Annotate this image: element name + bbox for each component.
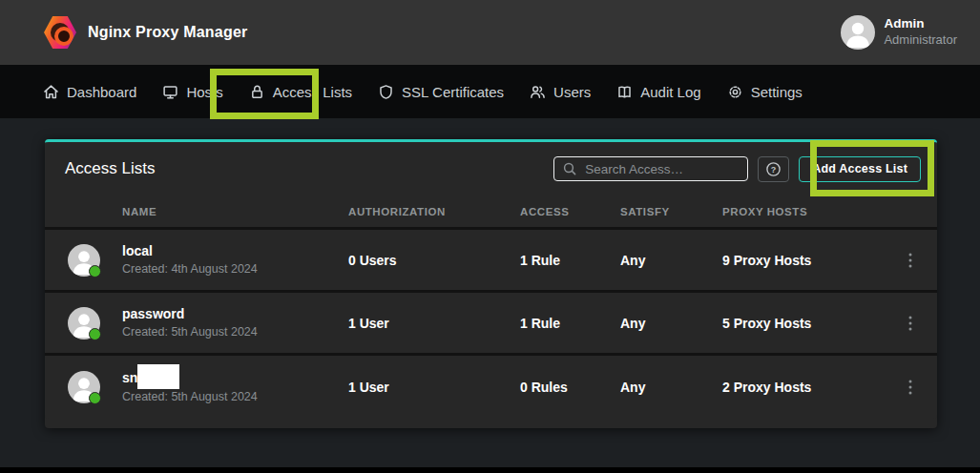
proxy-hosts-cell: 2 Proxy Hosts xyxy=(722,380,884,395)
nav-label: Dashboard xyxy=(67,84,136,100)
search-icon xyxy=(562,161,577,176)
help-circle-icon: ? xyxy=(765,161,782,177)
monitor-icon xyxy=(162,84,178,100)
nav-item-access-lists[interactable]: Access Lists xyxy=(249,84,352,100)
user-name: Admin xyxy=(884,16,957,32)
page-title: Access Lists xyxy=(65,159,155,178)
row-menu-button[interactable] xyxy=(899,249,922,272)
row-menu-button[interactable] xyxy=(899,312,922,335)
col-header-access: ACCESS xyxy=(520,206,620,217)
book-icon xyxy=(616,84,633,100)
col-header-proxy-hosts: PROXY HOSTS xyxy=(722,206,884,217)
nginx-proxy-manager-app: { "header": { "title": "Nginx Proxy Mana… xyxy=(0,0,980,473)
person-silhouette-icon xyxy=(841,15,875,50)
col-header-authorization: AUTHORIZATION xyxy=(348,206,520,217)
row-created: Created: 4th August 2024 xyxy=(122,262,348,277)
table-row: local Created: 4th August 2024 0 Users 1… xyxy=(45,230,937,293)
nav-label: Users xyxy=(553,84,591,100)
bottom-black-strip xyxy=(0,467,980,473)
search-box xyxy=(553,156,748,181)
nav-label: Access Lists xyxy=(273,84,352,100)
nav-item-users[interactable]: Users xyxy=(530,84,591,100)
access-cell: 1 Rule xyxy=(520,316,620,331)
row-created: Created: 5th August 2024 xyxy=(122,325,348,339)
row-created: Created: 5th August 2024 xyxy=(122,390,348,404)
redaction-box xyxy=(137,364,179,389)
authorization-cell: 0 Users xyxy=(348,253,520,268)
main-nav: Dashboard Hosts Access Lists SSL Certifi… xyxy=(0,65,980,118)
app-title: Nginx Proxy Manager xyxy=(88,24,247,41)
col-header-satisfy: SATISFY xyxy=(620,206,722,217)
home-icon xyxy=(43,84,59,100)
name-cell: password Created: 5th August 2024 xyxy=(122,306,348,340)
nav-label: SSL Certificates xyxy=(402,84,504,100)
kebab-menu-icon xyxy=(908,380,912,395)
user-meta: Admin Administrator xyxy=(884,16,957,48)
proxy-hosts-cell: 5 Proxy Hosts xyxy=(722,316,884,331)
satisfy-cell: Any xyxy=(620,316,722,331)
access-cell: 1 Rule xyxy=(520,253,620,268)
user-menu[interactable]: Admin Administrator xyxy=(841,15,957,50)
access-cell: 0 Rules xyxy=(520,380,620,395)
svg-text:?: ? xyxy=(771,164,777,174)
nav-label: Hosts xyxy=(186,84,222,100)
access-lists-panel: Access Lists ? Add Access List NAME AUTH… xyxy=(45,139,937,428)
satisfy-cell: Any xyxy=(620,253,722,268)
nav-label: Settings xyxy=(751,84,803,100)
shield-icon xyxy=(378,84,394,100)
row-name: local xyxy=(122,243,348,259)
authorization-cell: 1 User xyxy=(348,380,520,395)
row-menu-button[interactable] xyxy=(899,376,922,399)
nav-label: Audit Log xyxy=(640,84,700,100)
help-button[interactable]: ? xyxy=(758,156,789,182)
online-status-dot xyxy=(89,392,101,404)
name-cell: local Created: 4th August 2024 xyxy=(122,243,348,278)
panel-header: Access Lists ? Add Access List xyxy=(45,142,937,195)
nav-item-ssl-certificates[interactable]: SSL Certificates xyxy=(378,84,504,100)
kebab-menu-icon xyxy=(908,253,912,268)
table-header-row: NAME AUTHORIZATION ACCESS SATISFY PROXY … xyxy=(45,195,937,230)
app-header: Nginx Proxy Manager Admin Administrator xyxy=(0,0,980,65)
name-cell: sn Created: 5th August 2024 xyxy=(122,370,348,404)
nav-item-audit-log[interactable]: Audit Log xyxy=(616,84,700,100)
lock-icon xyxy=(249,84,265,100)
online-status-dot xyxy=(89,265,101,278)
users-icon xyxy=(530,84,546,100)
panel-controls: ? Add Access List xyxy=(553,156,921,182)
col-header-name: NAME xyxy=(122,206,348,217)
table-row: sn Created: 5th August 2024 1 User 0 Rul… xyxy=(45,356,937,419)
user-role: Administrator xyxy=(884,32,957,48)
authorization-cell: 1 User xyxy=(348,316,520,331)
nav-item-dashboard[interactable]: Dashboard xyxy=(43,84,136,100)
proxy-hosts-cell: 9 Proxy Hosts xyxy=(722,253,884,268)
user-avatar xyxy=(841,15,875,50)
gear-icon xyxy=(727,84,743,100)
row-name: password xyxy=(122,306,348,322)
nav-item-settings[interactable]: Settings xyxy=(727,84,803,100)
online-status-dot xyxy=(89,328,101,340)
avatar-cell xyxy=(68,244,100,277)
search-input[interactable] xyxy=(553,156,748,181)
kebab-menu-icon xyxy=(908,316,912,331)
add-access-list-button[interactable]: Add Access List xyxy=(799,156,921,182)
table-row: password Created: 5th August 2024 1 User… xyxy=(45,293,937,356)
avatar-cell xyxy=(68,307,100,339)
avatar-cell xyxy=(68,371,100,403)
npm-logo-icon xyxy=(44,15,76,50)
satisfy-cell: Any xyxy=(620,380,722,395)
nav-item-hosts[interactable]: Hosts xyxy=(162,84,222,100)
